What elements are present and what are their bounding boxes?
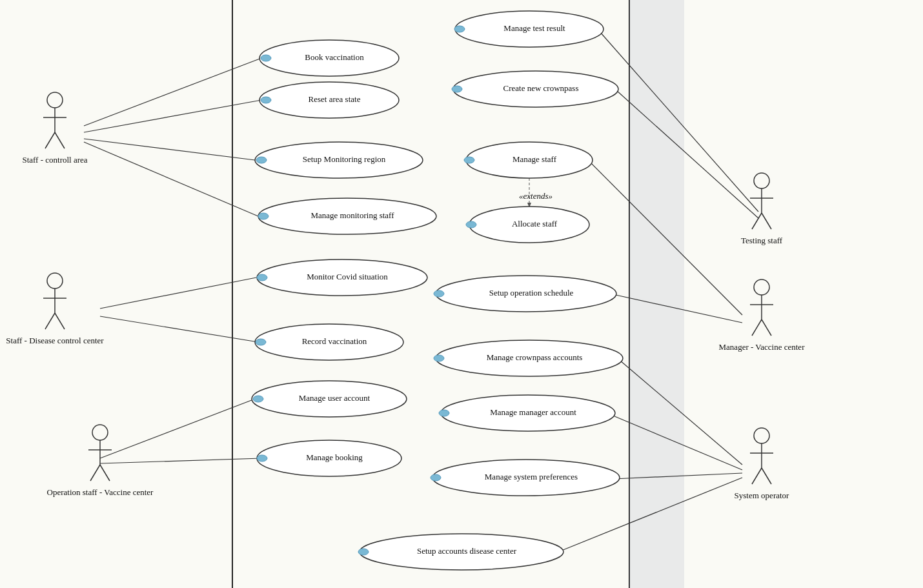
staff-disease-label: Staff - Disease control center — [6, 336, 104, 345]
svg-point-44 — [253, 396, 263, 402]
usecase-reset-area-state-label: Reset area state — [309, 94, 361, 104]
svg-point-46 — [257, 455, 267, 461]
usecase-setup-accounts-disease: Setup accounts disease center — [358, 534, 563, 570]
actor-manager-vaccine: Manager - Vaccine center — [719, 279, 806, 352]
usecase-manage-manager-account: Manage manager account — [439, 395, 615, 431]
usecase-setup-monitoring-label: Setup Monitoring region — [303, 154, 386, 164]
usecase-manage-user-account: Manage user account — [252, 381, 407, 417]
operation-staff-label: Operation staff - Vaccine center — [47, 487, 154, 497]
svg-point-11 — [92, 425, 108, 440]
svg-point-62 — [439, 410, 449, 416]
manager-vaccine-label: Manager - Vaccine center — [719, 342, 806, 352]
usecase-create-crownpass: Create new crownpass — [452, 71, 618, 107]
boundary-shade — [629, 0, 684, 588]
usecase-allocate-staff: Allocate staff — [466, 207, 589, 243]
svg-point-64 — [431, 474, 441, 481]
usecase-record-vaccination: Record vaccination — [255, 324, 403, 360]
line-disease-record — [100, 316, 258, 342]
usecase-setup-operation-schedule-label: Setup operation schedule — [489, 288, 574, 298]
svg-point-16 — [754, 173, 769, 188]
svg-line-25 — [762, 319, 771, 336]
svg-line-30 — [762, 468, 771, 484]
svg-point-6 — [47, 273, 63, 289]
usecase-monitor-covid: Monitor Covid situation — [257, 259, 427, 296]
usecase-setup-accounts-disease-label: Setup accounts disease center — [417, 546, 517, 556]
usecase-manage-user-account-label: Manage user account — [299, 393, 370, 403]
line-control-setup — [84, 139, 255, 160]
usecase-manage-test-result: Manage test result — [454, 11, 604, 47]
svg-line-14 — [90, 465, 100, 481]
usecase-manage-booking-label: Manage booking — [306, 452, 363, 462]
svg-point-56 — [466, 221, 476, 228]
usecase-manage-test-result-label: Manage test result — [503, 23, 565, 33]
usecase-manage-system-preferences-label: Manage system preferences — [485, 472, 578, 482]
svg-line-4 — [45, 132, 55, 148]
svg-point-52 — [452, 86, 462, 92]
usecase-reset-area-state: Reset area state — [259, 82, 399, 118]
svg-point-58 — [434, 290, 444, 297]
usecase-book-vaccination-label: Book vaccination — [305, 52, 364, 62]
actor-testing-staff: Testing staff — [741, 173, 783, 245]
svg-point-40 — [257, 274, 267, 281]
svg-point-26 — [754, 428, 769, 443]
usecase-manage-monitoring-staff: Manage monitoring staff — [258, 198, 436, 234]
usecase-setup-monitoring: Setup Monitoring region — [255, 142, 423, 178]
usecase-manage-manager-account-label: Manage manager account — [490, 407, 576, 417]
actor-system-operator: System operator — [735, 428, 790, 500]
svg-point-34 — [261, 97, 271, 103]
svg-point-21 — [754, 279, 769, 295]
usecase-monitor-covid-label: Monitor Covid situation — [307, 272, 388, 281]
usecase-setup-operation-schedule: Setup operation schedule — [434, 276, 616, 312]
svg-line-20 — [762, 213, 771, 229]
line-control-reset — [84, 100, 261, 132]
usecase-record-vaccination-label: Record vaccination — [302, 336, 367, 346]
usecase-manage-system-preferences: Manage system preferences — [431, 460, 620, 496]
actor-staff-disease: Staff - Disease control center — [6, 273, 104, 345]
diagram-container: «extends» Staff - controll area Staff - … — [0, 0, 923, 588]
svg-point-1 — [47, 92, 63, 108]
usecase-manage-staff-label: Manage staff — [512, 154, 557, 164]
usecase-create-crownpass-label: Create new crownpass — [503, 83, 579, 93]
use-case-diagram: «extends» Staff - controll area Staff - … — [0, 0, 923, 588]
usecase-manage-monitoring-staff-label: Manage monitoring staff — [310, 210, 394, 220]
usecase-manage-booking: Manage booking — [257, 440, 401, 476]
actor-staff-control: Staff - controll area — [22, 92, 87, 165]
svg-line-9 — [45, 313, 55, 329]
staff-control-label: Staff - controll area — [22, 155, 87, 165]
usecase-manage-crownpass-accounts-label: Manage crownpass accounts — [487, 352, 583, 362]
svg-point-60 — [434, 355, 444, 361]
system-operator-label: System operator — [735, 491, 790, 500]
usecase-book-vaccination: Book vaccination — [259, 40, 399, 76]
actor-operation-staff: Operation staff - Vaccine center — [47, 425, 154, 497]
svg-point-36 — [256, 157, 267, 163]
usecase-allocate-staff-label: Allocate staff — [512, 219, 558, 228]
svg-line-10 — [55, 313, 65, 329]
svg-point-50 — [454, 26, 465, 32]
svg-line-29 — [752, 468, 762, 484]
testing-staff-label: Testing staff — [741, 236, 783, 245]
usecase-manage-staff: Manage staff — [464, 142, 593, 178]
extends-label: «extends» — [519, 191, 553, 201]
svg-line-15 — [100, 465, 110, 481]
svg-line-19 — [752, 213, 762, 229]
svg-point-38 — [258, 213, 269, 219]
svg-point-48 — [358, 549, 369, 555]
svg-line-24 — [752, 319, 762, 336]
line-control-book — [84, 58, 261, 126]
svg-line-5 — [55, 132, 65, 148]
svg-point-42 — [256, 339, 266, 345]
line-op-manage-booking — [100, 458, 261, 463]
usecase-manage-crownpass-accounts: Manage crownpass accounts — [434, 340, 623, 376]
svg-point-32 — [261, 55, 271, 61]
svg-point-54 — [464, 157, 474, 163]
